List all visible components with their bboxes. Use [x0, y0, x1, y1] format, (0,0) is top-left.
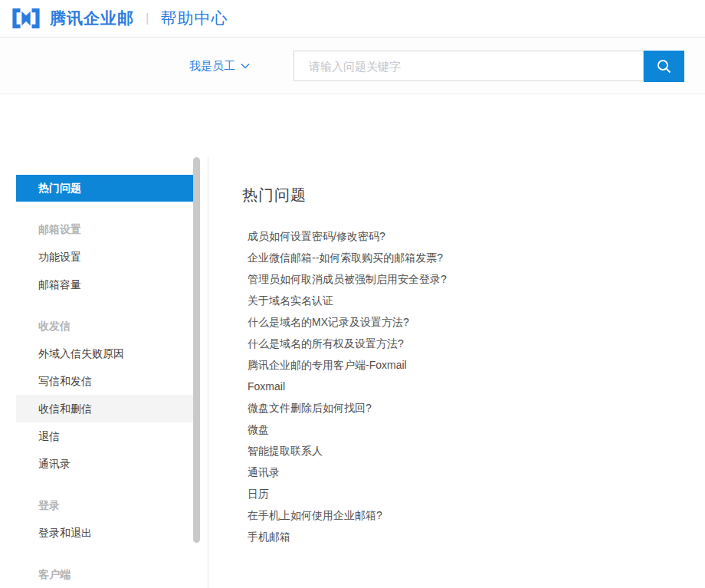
sidebar-item[interactable]: 邮箱容量 — [16, 271, 194, 298]
question-list: 成员如何设置密码/修改密码?企业微信邮箱--如何索取购买的邮箱发票?管理员如何取… — [248, 225, 679, 547]
search-button[interactable] — [644, 51, 684, 82]
sidebar-item[interactable]: 写信和发信 — [16, 367, 194, 395]
question-link[interactable]: 腾讯企业邮的专用客户端-Foxmail — [248, 354, 679, 376]
sidebar-item[interactable]: 通讯录 — [16, 450, 194, 478]
sidebar-item[interactable]: 退信 — [16, 422, 194, 450]
sidebar-scrollbar-thumb[interactable] — [193, 157, 200, 543]
page-title: 热门问题 — [242, 186, 679, 204]
brand-name: 腾讯企业邮 — [50, 8, 134, 29]
top-bar: 腾讯企业邮 | 帮助中心 — [0, 0, 705, 38]
sidebar-section-header: 登录 — [16, 491, 194, 519]
category-sidebar: 热门问题 邮箱设置 功能设置 邮箱容量 收发信 外域入信失败原因 写信和发信 收… — [16, 175, 194, 588]
chevron-down-icon — [241, 63, 250, 69]
question-link[interactable]: 成员如何设置密码/修改密码? — [248, 225, 679, 247]
search-bar-section: 我是员工 — [0, 38, 705, 94]
sidebar-section-header: 收发信 — [16, 312, 194, 340]
question-link[interactable]: 手机邮箱 — [248, 526, 679, 547]
exmail-logo-icon — [11, 7, 41, 30]
question-link[interactable]: 什么是域名的所有权及设置方法? — [248, 333, 679, 354]
question-link[interactable]: 什么是域名的MX记录及设置方法? — [248, 311, 679, 333]
sidebar-item-active[interactable]: 热门问题 — [16, 175, 194, 202]
question-link[interactable]: 日历 — [248, 483, 679, 504]
main-content: 热门问题 成员如何设置密码/修改密码?企业微信邮箱--如何索取购买的邮箱发票?管… — [242, 186, 679, 547]
question-link[interactable]: 在手机上如何使用企业邮箱? — [248, 504, 679, 526]
sidebar-item[interactable]: 外域入信失败原因 — [16, 340, 194, 367]
exmail-logo-link[interactable]: 腾讯企业邮 — [11, 7, 134, 30]
search-icon — [655, 57, 674, 76]
question-link[interactable]: 智能提取联系人 — [248, 440, 679, 462]
question-link[interactable]: Foxmail — [248, 376, 679, 397]
question-link[interactable]: 管理员如何取消成员被强制启用安全登录? — [248, 268, 679, 290]
question-link[interactable]: 关于域名实名认证 — [248, 290, 679, 311]
role-selector-dropdown[interactable]: 我是员工 — [189, 38, 250, 94]
sidebar-item[interactable]: 登录和退出 — [16, 519, 194, 547]
sidebar-item-hover[interactable]: 收信和删信 — [16, 395, 194, 422]
header-divider: | — [146, 11, 149, 26]
role-selector-label: 我是员工 — [189, 59, 235, 74]
question-link[interactable]: 微盘 — [248, 419, 679, 440]
sidebar-section-header: 客户端 — [16, 560, 194, 588]
question-link[interactable]: 通讯录 — [248, 462, 679, 483]
help-center-page: 腾讯企业邮 | 帮助中心 我是员工 热门问题 — [0, 0, 705, 588]
search-input[interactable] — [293, 51, 644, 81]
sidebar-section-header: 邮箱设置 — [16, 215, 194, 243]
sidebar-item[interactable]: 功能设置 — [16, 243, 194, 271]
question-link[interactable]: 微盘文件删除后如何找回? — [248, 397, 679, 419]
question-link[interactable]: 企业微信邮箱--如何索取购买的邮箱发票? — [248, 247, 679, 268]
portal-title: 帮助中心 — [160, 8, 228, 29]
content-divider — [208, 157, 208, 588]
